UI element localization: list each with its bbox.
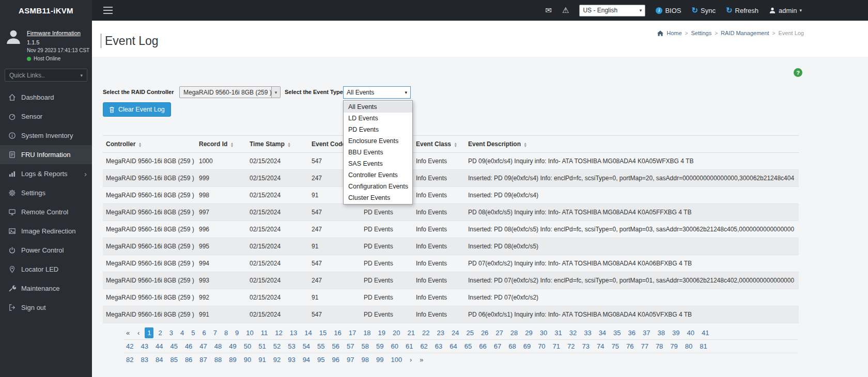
page-link-88[interactable]: 88 — [212, 354, 224, 365]
page-link-78[interactable]: 78 — [653, 341, 665, 352]
page-link-79[interactable]: 79 — [668, 341, 680, 352]
page-link-21[interactable]: 21 — [405, 327, 417, 338]
page-link-65[interactable]: 65 — [462, 341, 474, 352]
page-link-71[interactable]: 71 — [550, 341, 563, 352]
page-link-94[interactable]: 94 — [300, 354, 313, 365]
page-link-38[interactable]: 38 — [655, 327, 668, 338]
page-link-97[interactable]: 97 — [344, 354, 357, 365]
page-link-24[interactable]: 24 — [449, 327, 461, 338]
raid-controller-select[interactable]: MegaRAID 9560-16i 8GB (259 ) ▾ — [179, 86, 281, 98]
page-link-77[interactable]: 77 — [638, 341, 650, 352]
mail-icon[interactable]: ✉ — [545, 6, 552, 15]
page-link-64[interactable]: 64 — [447, 341, 459, 352]
page-link-52[interactable]: 52 — [271, 341, 283, 352]
event-type-option-sas-events[interactable]: SAS Events — [344, 158, 412, 169]
page-link-68[interactable]: 68 — [506, 341, 518, 352]
page-link-49[interactable]: 49 — [226, 341, 239, 352]
page-link-48[interactable]: 48 — [212, 341, 224, 352]
page-link-43[interactable]: 43 — [138, 341, 150, 352]
page-link-89[interactable]: 89 — [226, 354, 239, 365]
sidebar-item-dashboard[interactable]: Dashboard — [0, 88, 92, 107]
page-next[interactable]: › — [407, 354, 415, 365]
page-link-91[interactable]: 91 — [256, 354, 268, 365]
bios-button[interactable]: i BIOS — [656, 7, 681, 14]
page-link-61[interactable]: 61 — [403, 341, 415, 352]
page-prev[interactable]: ‹ — [134, 327, 143, 338]
page-link-7[interactable]: 7 — [211, 327, 220, 338]
event-type-option-configuration-events[interactable]: Configuration Events — [344, 181, 412, 192]
help-icon[interactable]: ? — [794, 68, 802, 77]
page-link-73[interactable]: 73 — [580, 341, 592, 352]
page-link-62[interactable]: 62 — [417, 341, 430, 352]
page-link-96[interactable]: 96 — [330, 354, 342, 365]
page-link-11[interactable]: 11 — [258, 327, 271, 338]
page-link-32[interactable]: 32 — [567, 327, 579, 338]
page-link-87[interactable]: 87 — [197, 354, 209, 365]
page-link-29[interactable]: 29 — [522, 327, 535, 338]
refresh-button[interactable]: ↻ Refresh — [726, 6, 758, 15]
page-link-6[interactable]: 6 — [199, 327, 208, 338]
page-link-31[interactable]: 31 — [552, 327, 564, 338]
page-link-81[interactable]: 81 — [697, 341, 709, 352]
page-link-55[interactable]: 55 — [315, 341, 327, 352]
page-link-92[interactable]: 92 — [271, 354, 283, 365]
page-link-66[interactable]: 66 — [476, 341, 489, 352]
firmware-information-link[interactable]: Firmware Information — [27, 30, 81, 36]
page-link-100[interactable]: 100 — [388, 354, 405, 365]
page-link-75[interactable]: 75 — [609, 341, 621, 352]
page-link-17[interactable]: 17 — [346, 327, 359, 338]
breadcrumb-home[interactable]: Home — [667, 30, 681, 36]
page-link-41[interactable]: 41 — [699, 327, 711, 338]
sidebar-item-image-redirection[interactable]: Image Redirection — [0, 222, 92, 241]
page-link-4[interactable]: 4 — [178, 327, 187, 338]
page-link-82[interactable]: 82 — [123, 354, 136, 365]
page-link-26[interactable]: 26 — [478, 327, 491, 338]
page-link-93[interactable]: 93 — [285, 354, 298, 365]
page-link-1[interactable]: 1 — [145, 327, 153, 338]
page-link-19[interactable]: 19 — [376, 327, 388, 338]
page-link-95[interactable]: 95 — [315, 354, 327, 365]
column-header-controller[interactable]: Controller▴▾ — [103, 136, 196, 153]
event-type-option-pd-events[interactable]: PD Events — [344, 124, 412, 135]
page-link-22[interactable]: 22 — [420, 327, 432, 338]
event-type-option-all-events[interactable]: All Events — [344, 101, 412, 113]
event-type-option-controller-events[interactable]: Controller Events — [344, 169, 412, 181]
page-link-25[interactable]: 25 — [463, 327, 476, 338]
page-link-42[interactable]: 42 — [123, 341, 136, 352]
sidebar-item-remote-control[interactable]: Remote Control — [0, 202, 92, 222]
page-link-83[interactable]: 83 — [138, 354, 150, 365]
page-link-5[interactable]: 5 — [189, 327, 197, 338]
sync-button[interactable]: ↻ Sync — [691, 6, 715, 15]
page-link-30[interactable]: 30 — [537, 327, 550, 338]
page-link-53[interactable]: 53 — [285, 341, 298, 352]
sidebar-item-maintenance[interactable]: Maintenance — [0, 279, 92, 298]
page-link-36[interactable]: 36 — [626, 327, 638, 338]
sidebar-item-sensor[interactable]: Sensor — [0, 107, 92, 126]
column-header-record-id[interactable]: Record Id▴▾ — [196, 136, 246, 153]
page-link-67[interactable]: 67 — [491, 341, 504, 352]
page-link-2[interactable]: 2 — [156, 327, 164, 338]
page-link-85[interactable]: 85 — [167, 354, 180, 365]
page-link-84[interactable]: 84 — [153, 354, 165, 365]
page-link-27[interactable]: 27 — [493, 327, 505, 338]
page-link-56[interactable]: 56 — [330, 341, 342, 352]
sidebar-item-power-control[interactable]: Power Control — [0, 241, 92, 260]
event-type-option-ld-events[interactable]: LD Events — [344, 113, 412, 124]
page-link-3[interactable]: 3 — [167, 327, 176, 338]
event-type-option-enclosure-events[interactable]: Enclosure Events — [344, 135, 412, 147]
breadcrumb-settings[interactable]: Settings — [691, 30, 711, 36]
page-link-57[interactable]: 57 — [344, 341, 357, 352]
sidebar-item-sign-out[interactable]: Sign out — [0, 298, 92, 317]
page-link-40[interactable]: 40 — [684, 327, 696, 338]
page-link-34[interactable]: 34 — [596, 327, 609, 338]
page-link-74[interactable]: 74 — [594, 341, 607, 352]
page-last[interactable]: » — [417, 354, 426, 365]
quick-links-dropdown[interactable]: Quick Links.. ▾ — [5, 69, 87, 82]
sidebar-item-logs-reports[interactable]: Logs & Reports› — [0, 164, 92, 183]
language-select[interactable]: US - English ▾ — [579, 5, 645, 17]
page-link-35[interactable]: 35 — [611, 327, 623, 338]
event-type-option-bbu-events[interactable]: BBU Events — [344, 147, 412, 158]
page-link-86[interactable]: 86 — [182, 354, 195, 365]
page-link-16[interactable]: 16 — [331, 327, 344, 338]
column-header-time-stamp[interactable]: Time Stamp▴▾ — [246, 136, 308, 153]
